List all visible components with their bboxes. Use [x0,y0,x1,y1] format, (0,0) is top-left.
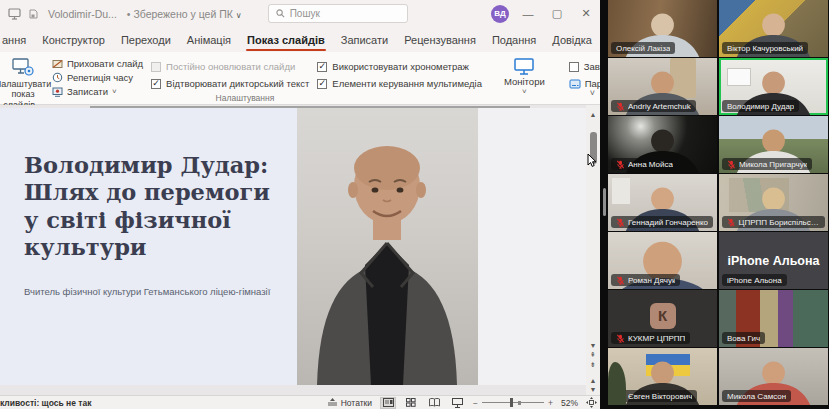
ribbon-tabs: анняКонструкторПереходиАнімаціяПоказ сла… [0,27,600,52]
accessibility-status[interactable]: кливості: щось не так [0,398,91,408]
ribbon-tab-6[interactable]: Рецензування [396,30,484,52]
participant-tile[interactable]: Микола Самсон [719,348,828,405]
participant-tile[interactable]: Микола Пригарчук [719,116,828,173]
reading-view-button[interactable] [426,397,442,409]
save-icon[interactable] [28,9,38,19]
portrait-man-illustration [297,108,478,385]
zoom-in-button[interactable]: + [548,398,553,408]
participant-name: Олексій Лакіза [616,44,670,53]
normal-view-button[interactable] [380,397,396,409]
participant-tile[interactable]: Олексій Лакіза [608,0,717,57]
slideshow-view-button[interactable] [449,397,465,409]
participant-tile[interactable]: Анна Мойса [608,116,717,173]
zoom-out-button[interactable]: − [473,398,478,408]
participant-name-badge: Роман Дячук [611,274,680,286]
participant-name-badge: Геннадий Гончаренко [611,216,713,228]
ribbon-tab-3[interactable]: Анімація [179,30,239,52]
ribbon-tab-4[interactable]: Показ слайдів [239,30,333,52]
user-avatar[interactable]: ВД [491,5,509,23]
notes-button[interactable]: Нотатки [327,398,372,408]
fit-slide-to-window-icon[interactable] [586,397,597,408]
ribbon-checkbox-1[interactable]: ✓Відтворювати дикторський текст [151,78,309,89]
slide-editing-area: Володимир Дудар: Шлях до перемоги у світ… [0,105,600,395]
document-title[interactable]: Volodimir-Du... [48,8,117,20]
participant-name: Євген Вікторович [628,392,692,401]
rehearse-timings-button[interactable]: Репетиція часу [52,71,143,84]
participant-name-badge: ЦПРПП Бориспільськ... [722,216,825,228]
scroll-up-arrow[interactable]: ▲ [590,111,597,118]
scroll-mini-down[interactable]: ▼ [590,386,597,393]
slide-canvas[interactable]: Володимир Дудар: Шлях до перемоги у світ… [0,108,586,385]
subtitle-settings-icon [569,79,581,89]
minimize-button[interactable]: — [518,8,538,20]
checkbox-box [569,62,579,72]
ribbon-tab-0[interactable]: ання [0,30,34,52]
participant-name: Геннадий Гончаренко [628,218,708,227]
scroll-mini-up[interactable]: ▲ [590,377,597,384]
ribbon-tab-2[interactable]: Переходи [113,30,179,52]
muted-mic-icon [727,218,735,227]
checkbox-label: Постійно оновлювати слайди [166,61,295,72]
maximize-button[interactable]: ▢ [547,7,567,20]
ribbon-tab-7[interactable]: Подання [484,30,544,52]
participant-name: Микола Самсон [727,392,786,401]
participant-name: Вова Гич [727,334,760,343]
participant-tile[interactable]: ККУКМР ЦПРПП [608,290,717,347]
participant-tile[interactable]: iPhone АльонаiPhone Альона [719,232,828,289]
participant-tile[interactable]: Вова Гич [719,290,828,347]
zoom-slider-thumb[interactable] [510,398,513,407]
monitors-button[interactable]: Монітори ˅ [494,54,555,96]
participant-tile[interactable]: Andriy Artemchuk [608,58,717,115]
ribbon-collapse-chevron[interactable]: ˅ [590,88,595,98]
mouse-cursor [587,153,598,168]
participant-name-badge: Анна Мойса [611,158,678,170]
participant-tile[interactable]: Геннадий Гончаренко [608,174,717,231]
slide-subtitle[interactable]: Вчитель фізичної культури Гетьманського … [24,286,284,297]
hide-slide-icon [52,59,63,69]
participant-name-badge: Володимир Дудар [722,100,799,112]
slide-title[interactable]: Володимир Дудар: Шлях до перемоги у світ… [24,152,282,262]
participant-tile[interactable]: ЦПРПП Бориспільськ... [719,174,828,231]
checkbox-label: Відтворювати дикторський текст [166,78,309,89]
participant-tile[interactable]: Володимир Дудар [719,58,828,115]
participant-tile[interactable]: Євген Вікторович [608,348,717,405]
participant-name-badge: Вова Гич [722,332,765,344]
zoom-panel-scrollbar[interactable] [603,188,606,216]
powerpoint-window: Volodimir-Du... • Збережено у цей ПК ∨ П… [0,0,600,409]
powerpoint-app-icon [8,8,21,20]
ribbon-tab-1[interactable]: Конструктор [34,30,113,52]
slide-photo-portrait[interactable] [297,108,478,385]
ribbon-tab-8[interactable]: Довідка [544,30,600,52]
ribbon-tab-row: анняКонструкторПереходиАнімаціяПоказ сла… [0,27,600,52]
hide-slide-button[interactable]: Приховати слайд [52,57,143,70]
scroll-down-arrow[interactable]: ▼ [590,342,597,349]
close-button[interactable]: ✕ [576,7,596,20]
next-slide-button[interactable]: ⇟ [590,361,596,369]
ribbon-checkbox-3[interactable]: ✓Елементи керування мультимедіа [317,78,482,89]
vertical-scrollbar[interactable]: ▲ ▼ ⇞ ⇟ ▲ ▼ [586,105,600,395]
save-status[interactable]: • Збережено у цей ПК ∨ [127,8,242,20]
participant-name-badge: iPhone Альона [722,274,787,286]
ribbon-checkbox-0[interactable]: Постійно оновлювати слайди [151,61,309,72]
participant-name: Володимир Дудар [727,102,794,111]
previous-slide-button[interactable]: ⇞ [590,351,596,359]
canvas-margin-bottom [0,385,586,395]
status-bar: кливості: щось не так Нотатки [0,395,600,409]
slide-sorter-view-button[interactable] [403,397,419,409]
participant-tile[interactable]: Віктор Качуровський [719,0,828,57]
participant-name-badge: Олексій Лакіза [611,42,675,54]
participant-name: КУКМР ЦПРПП [628,334,685,343]
muted-mic-icon [616,392,625,401]
participant-name-badge: Віктор Качуровський [722,42,808,54]
muted-mic-icon [616,276,625,285]
search-box[interactable]: Пошук [268,4,408,23]
muted-mic-icon [616,334,625,343]
ribbon-checkbox-2[interactable]: ✓Використовувати хронометраж [317,61,482,72]
participant-name-badge: Andriy Artemchuk [611,100,696,112]
checkbox-label: Використовувати хронометраж [332,61,469,72]
zoom-level[interactable]: 52% [561,398,578,408]
zoom-slider[interactable] [482,402,544,403]
participant-name: Роман Дячук [628,276,675,285]
participant-tile[interactable]: Роман Дячук [608,232,717,289]
ribbon-tab-5[interactable]: Записати [333,30,396,52]
